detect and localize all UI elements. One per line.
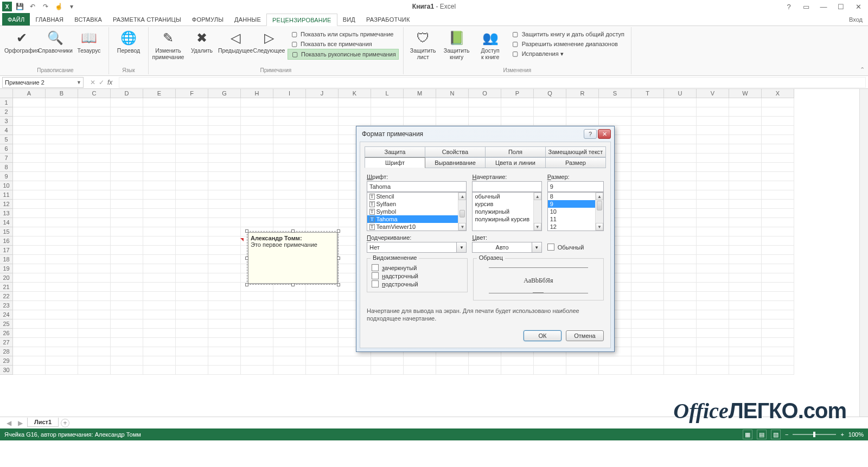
row-header[interactable]: 25: [0, 319, 13, 329]
column-header[interactable]: Q: [534, 89, 566, 98]
cell[interactable]: [176, 98, 208, 107]
cell[interactable]: [273, 310, 306, 319]
style-listbox[interactable]: обычныйкурсивполужирныйполужирный курсив…: [472, 192, 541, 231]
cell[interactable]: [762, 246, 794, 255]
cell[interactable]: [404, 356, 436, 366]
cell[interactable]: [697, 310, 729, 319]
ribbon-button[interactable]: 👥Доступк книге: [474, 28, 507, 61]
cell[interactable]: [13, 190, 46, 200]
cell[interactable]: [762, 366, 794, 375]
cell[interactable]: [697, 301, 729, 310]
cell[interactable]: [306, 126, 339, 135]
cell[interactable]: [46, 246, 78, 255]
cell[interactable]: [78, 255, 111, 264]
cell[interactable]: [697, 255, 729, 264]
qat-undo-icon[interactable]: ↶: [27, 1, 38, 12]
cell[interactable]: [78, 218, 111, 227]
cell[interactable]: [631, 218, 664, 227]
column-header[interactable]: T: [631, 89, 664, 98]
cell[interactable]: [46, 181, 78, 190]
cell[interactable]: [46, 255, 78, 264]
cell[interactable]: [697, 163, 729, 172]
cell[interactable]: [78, 200, 111, 209]
cell[interactable]: [762, 190, 794, 200]
column-header[interactable]: D: [111, 89, 143, 98]
ribbon-button[interactable]: ◁Предыдущее: [219, 28, 252, 55]
cell[interactable]: [241, 107, 273, 117]
cell[interactable]: [729, 236, 762, 246]
ribbon-tab[interactable]: ВИД: [337, 13, 361, 25]
help-icon[interactable]: ?: [782, 3, 795, 11]
ribbon-button[interactable]: ✔Орфография: [5, 28, 38, 55]
cell[interactable]: [13, 366, 46, 375]
cell[interactable]: [176, 264, 208, 273]
cell[interactable]: [46, 338, 78, 347]
cell[interactable]: [273, 366, 306, 375]
cell[interactable]: [436, 117, 469, 126]
row-header[interactable]: 14: [0, 218, 13, 227]
cell[interactable]: [729, 135, 762, 144]
ribbon-tab[interactable]: РАЗРАБОТЧИК: [361, 13, 416, 25]
row-header[interactable]: 12: [0, 200, 13, 209]
cell[interactable]: [208, 181, 241, 190]
cell[interactable]: [143, 310, 176, 319]
cell[interactable]: [762, 273, 794, 283]
cell[interactable]: [762, 200, 794, 209]
cell[interactable]: [13, 246, 46, 255]
cell[interactable]: [306, 310, 339, 319]
cell[interactable]: [306, 135, 339, 144]
cell[interactable]: [143, 218, 176, 227]
column-header[interactable]: K: [339, 89, 371, 98]
cell[interactable]: [208, 356, 241, 366]
cell[interactable]: [729, 329, 762, 338]
cell[interactable]: [13, 338, 46, 347]
minimize-icon[interactable]: —: [817, 3, 830, 11]
cell[interactable]: [13, 283, 46, 292]
ribbon-tab[interactable]: ГЛАВНАЯ: [30, 13, 69, 25]
cell[interactable]: [664, 356, 697, 366]
cell[interactable]: [697, 366, 729, 375]
cell[interactable]: [111, 227, 143, 236]
row-header[interactable]: 11: [0, 190, 13, 200]
cell[interactable]: [697, 117, 729, 126]
cell[interactable]: [762, 98, 794, 107]
cell[interactable]: [371, 107, 404, 117]
row-header[interactable]: 9: [0, 172, 13, 181]
cell[interactable]: [273, 135, 306, 144]
column-header[interactable]: L: [371, 89, 404, 98]
cell[interactable]: [762, 255, 794, 264]
zoom-value[interactable]: 100%: [848, 431, 864, 438]
cell[interactable]: [78, 98, 111, 107]
cell[interactable]: [13, 209, 46, 218]
cell[interactable]: [762, 181, 794, 190]
cell[interactable]: [371, 98, 404, 107]
cell[interactable]: [13, 126, 46, 135]
zoom-slider[interactable]: [793, 434, 836, 435]
cell[interactable]: [273, 301, 306, 310]
cell[interactable]: [306, 329, 339, 338]
cell[interactable]: [306, 144, 339, 153]
cell[interactable]: [208, 172, 241, 181]
cell[interactable]: [273, 209, 306, 218]
column-header[interactable]: E: [143, 89, 176, 98]
cell[interactable]: [111, 126, 143, 135]
cell[interactable]: [176, 366, 208, 375]
row-header[interactable]: 21: [0, 283, 13, 292]
cell[interactable]: [762, 172, 794, 181]
row-header[interactable]: 13: [0, 209, 13, 218]
cell[interactable]: [729, 117, 762, 126]
cell[interactable]: [111, 117, 143, 126]
ribbon-tab[interactable]: ФОРМУЛЫ: [187, 13, 229, 25]
cell[interactable]: [13, 135, 46, 144]
cell[interactable]: [78, 236, 111, 246]
cell[interactable]: [306, 153, 339, 163]
cell[interactable]: [208, 163, 241, 172]
cell[interactable]: [436, 107, 469, 117]
cell[interactable]: [697, 236, 729, 246]
row-header[interactable]: 30: [0, 366, 13, 375]
cell[interactable]: [762, 264, 794, 273]
cell[interactable]: [729, 107, 762, 117]
list-item[interactable]: TTempus Sans ITC: [367, 231, 466, 231]
cell[interactable]: [241, 292, 273, 301]
cell[interactable]: [664, 255, 697, 264]
